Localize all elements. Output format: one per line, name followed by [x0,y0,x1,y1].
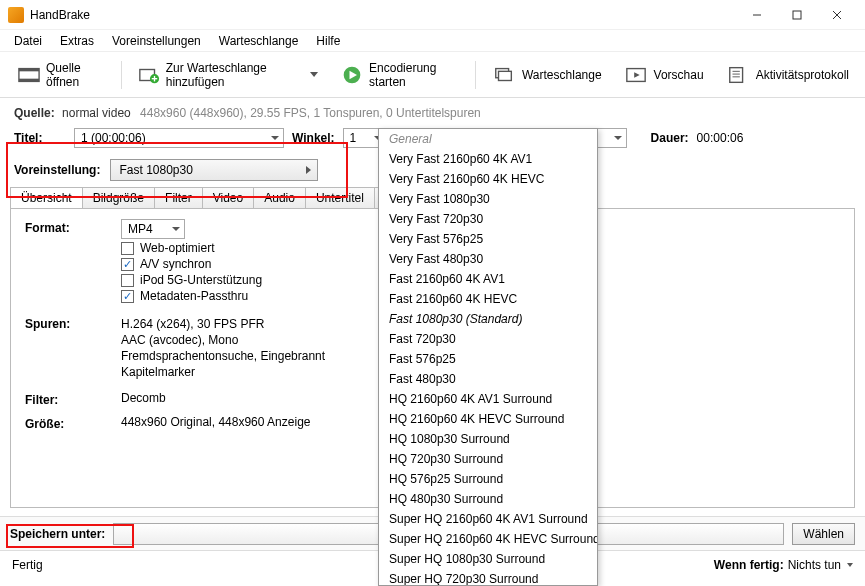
svg-rect-18 [729,67,742,82]
play-icon [341,65,363,85]
add-queue-icon [138,65,160,85]
preset-option[interactable]: HQ 480p30 Surround [379,489,597,509]
preset-option[interactable]: Super HQ 2160p60 4K AV1 Surround [379,509,597,529]
activity-icon [726,65,750,85]
preview-label: Vorschau [654,68,704,82]
activity-button[interactable]: Aktivitätsprotokoll [720,61,855,89]
preset-option[interactable]: Fast 480p30 [379,369,597,389]
source-meta: 448x960 (448x960), 29.55 FPS, 1 Tonspure… [140,106,481,120]
separator [475,61,476,89]
when-done-select[interactable]: Nichts tun [788,558,853,572]
chevron-down-icon[interactable] [309,69,319,81]
preset-option[interactable]: Very Fast 2160p60 4K AV1 [379,149,597,169]
queue-label: Warteschlange [522,68,602,82]
window-title: HandBrake [30,8,737,22]
preset-option[interactable]: HQ 576p25 Surround [379,469,597,489]
save-label: Speichern unter: [10,527,105,541]
menu-bar: Datei Extras Voreinstellungen Warteschla… [0,30,865,52]
preset-dropdown: General Very Fast 2160p60 4K AV1Very Fas… [378,128,598,586]
add-queue-label: Zur Warteschlange hinzufügen [166,61,303,89]
tab-filter[interactable]: Filter [154,187,203,208]
duration-label: Dauer: [651,131,689,145]
format-select[interactable]: MP4 [121,219,185,239]
tab-bildgroesse[interactable]: Bildgröße [82,187,155,208]
minimize-button[interactable] [737,1,777,29]
preset-option[interactable]: Fast 720p30 [379,329,597,349]
close-button[interactable] [817,1,857,29]
spuren-label: Spuren: [25,315,121,331]
menu-voreinstellungen[interactable]: Voreinstellungen [104,32,209,50]
status-text: Fertig [12,558,43,572]
svg-rect-6 [19,78,39,81]
tab-untertitel[interactable]: Untertitel [305,187,375,208]
open-source-button[interactable]: Quelle öffnen [12,57,111,93]
source-line: Quelle: normal video 448x960 (448x960), … [0,98,865,126]
tab-uebersicht[interactable]: Übersicht [10,187,83,208]
size-label: Größe: [25,415,121,431]
preset-option[interactable]: Very Fast 576p25 [379,229,597,249]
queue-button[interactable]: Warteschlange [486,61,608,89]
preset-option[interactable]: Fast 1080p30 (Standard) [379,309,597,329]
browse-button[interactable]: Wählen [792,523,855,545]
queue-icon [492,65,516,85]
menu-hilfe[interactable]: Hilfe [308,32,348,50]
preset-select[interactable]: Fast 1080p30 [110,159,318,181]
menu-datei[interactable]: Datei [6,32,50,50]
svg-marker-11 [310,72,318,77]
preset-option[interactable]: HQ 2160p60 4K HEVC Surround [379,409,597,429]
preset-option[interactable]: HQ 720p30 Surround [379,449,597,469]
preset-group-header: General [379,129,597,149]
add-queue-button[interactable]: Zur Warteschlange hinzufügen [132,57,325,93]
preset-option[interactable]: Fast 2160p60 4K HEVC [379,289,597,309]
preset-option[interactable]: Very Fast 480p30 [379,249,597,269]
maximize-button[interactable] [777,1,817,29]
preset-option[interactable]: Very Fast 720p30 [379,209,597,229]
preset-option[interactable]: Fast 576p25 [379,349,597,369]
source-label: Quelle: [14,106,55,120]
title-label: Titel: [14,131,66,145]
preset-option[interactable]: Very Fast 1080p30 [379,189,597,209]
start-encode-button[interactable]: Encodierung starten [335,57,465,93]
svg-marker-17 [634,72,640,78]
preset-option[interactable]: Super HQ 720p30 Surround [379,569,597,586]
tab-audio[interactable]: Audio [253,187,306,208]
preset-option[interactable]: Super HQ 2160p60 4K HEVC Surround [379,529,597,549]
preview-icon [624,65,648,85]
preset-option[interactable]: HQ 2160p60 4K AV1 Surround [379,389,597,409]
toolbar: Quelle öffnen Zur Warteschlange hinzufüg… [0,52,865,98]
svg-rect-1 [793,11,801,19]
separator [121,61,122,89]
menu-extras[interactable]: Extras [52,32,102,50]
open-source-label: Quelle öffnen [46,61,105,89]
start-encode-label: Encodierung starten [369,61,459,89]
filter-label: Filter: [25,391,121,407]
preset-option[interactable]: Fast 2160p60 4K AV1 [379,269,597,289]
window-titlebar: HandBrake [0,0,865,30]
preset-option[interactable]: Very Fast 2160p60 4K HEVC [379,169,597,189]
tab-video[interactable]: Video [202,187,254,208]
app-icon [8,7,24,23]
title-select[interactable]: 1 (00:00:06) [74,128,284,148]
preset-option[interactable]: Super HQ 1080p30 Surround [379,549,597,569]
preset-option[interactable]: HQ 1080p30 Surround [379,429,597,449]
menu-warteschlange[interactable]: Warteschlange [211,32,307,50]
film-icon [18,65,40,85]
duration-value: 00:00:06 [697,131,744,145]
angle-label: Winkel: [292,131,335,145]
when-done-label: Wenn fertig: [714,558,784,572]
source-name: normal video [62,106,131,120]
format-label: Format: [25,219,121,235]
svg-rect-5 [19,68,39,71]
activity-label: Aktivitätsprotokoll [756,68,849,82]
svg-rect-15 [498,71,511,80]
preset-label: Voreinstellung: [14,163,100,177]
preview-button[interactable]: Vorschau [618,61,710,89]
